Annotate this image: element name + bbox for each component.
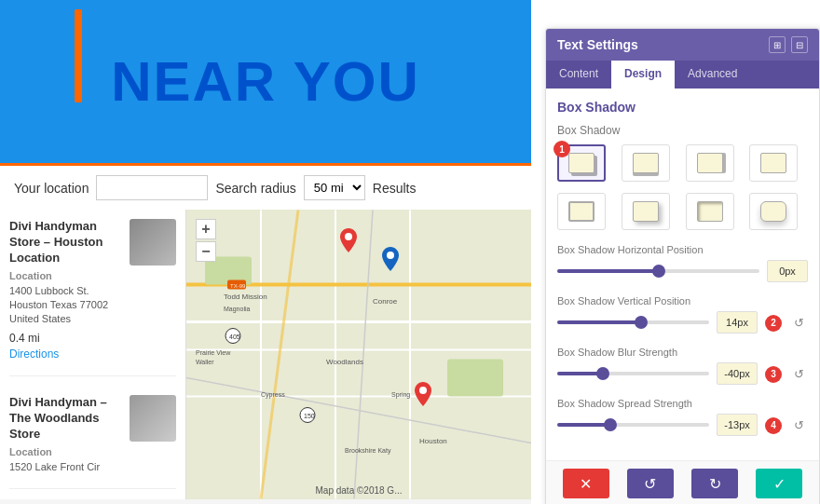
slider-thumb-vertical[interactable] xyxy=(635,316,648,329)
list-item: Divi Handyman Store – Houston Location L… xyxy=(9,219,176,376)
address-city: Houston Texas 77002 xyxy=(9,299,108,310)
slider-thumb-horizontal[interactable] xyxy=(652,265,665,278)
reset-btn-vertical[interactable]: ↺ xyxy=(789,313,808,332)
slider-track-spread[interactable] xyxy=(557,423,709,427)
svg-text:405: 405 xyxy=(229,334,240,340)
undo-button[interactable]: ↺ xyxy=(627,469,674,498)
svg-text:Brookshire Katy: Brookshire Katy xyxy=(345,447,391,455)
tab-design[interactable]: Design xyxy=(611,61,675,89)
map-pin-houston xyxy=(415,382,431,410)
preset-inner-2 xyxy=(633,153,659,173)
badge-4: 4 xyxy=(765,417,782,434)
text-settings-panel: Text Settings ⊞ ⊟ Content Design Advance… xyxy=(545,28,820,504)
content-row: Divi Handyman Store – Houston Location L… xyxy=(0,210,531,499)
slider-track-horizontal[interactable] xyxy=(557,269,759,273)
tab-content[interactable]: Content xyxy=(546,61,611,89)
shadow-preset-6[interactable] xyxy=(622,193,670,230)
section-title: Box Shadow xyxy=(557,100,808,115)
slider-fill-horizontal xyxy=(557,269,659,273)
reset-btn-spread[interactable]: ↺ xyxy=(789,415,808,434)
store-info: Divi Handyman Store – Houston Location L… xyxy=(9,219,122,361)
shadow-preset-2[interactable] xyxy=(622,144,670,182)
svg-text:TX-99: TX-99 xyxy=(230,283,246,289)
shadow-preset-1[interactable]: 1 xyxy=(557,144,606,182)
slider-track-blur[interactable] xyxy=(557,372,709,375)
badge-1: 1 xyxy=(554,141,570,157)
property-row-vertical: Box Shadow Vertical Position 14px 2 ↺ xyxy=(557,295,808,334)
panel-tabs: Content Design Advanced xyxy=(546,61,819,89)
svg-point-29 xyxy=(387,252,394,259)
results-button[interactable]: Results xyxy=(373,181,417,196)
cancel-button[interactable]: ✕ xyxy=(563,469,609,498)
store-thumbnail xyxy=(130,219,176,266)
shadow-preset-4[interactable] xyxy=(749,144,798,182)
slider-row-vertical: 14px 2 ↺ xyxy=(557,311,808,334)
shadow-preset-7[interactable] xyxy=(686,193,734,230)
panel-header-icons: ⊞ ⊟ xyxy=(769,36,808,53)
store-list: Divi Handyman Store – Houston Location L… xyxy=(0,210,186,499)
slider-track-vertical[interactable] xyxy=(557,320,709,324)
property-label-horizontal: Box Shadow Horizontal Position xyxy=(557,244,808,255)
preset-inner-4 xyxy=(760,153,786,173)
address-country: United States xyxy=(9,313,71,324)
svg-point-31 xyxy=(419,387,427,394)
slider-fill-spread xyxy=(557,423,610,427)
zoom-out-button[interactable]: − xyxy=(196,241,216,262)
store-thumb-image xyxy=(130,219,176,266)
badge-2: 2 xyxy=(765,315,782,332)
radius-select[interactable]: 50 mi 25 mi 10 mi xyxy=(304,175,365,200)
map-controls: + − xyxy=(196,219,216,262)
panel-icon-2[interactable]: ⊟ xyxy=(791,36,808,53)
slider-thumb-blur[interactable] xyxy=(596,367,609,380)
page-title: NEAR YOU xyxy=(111,49,420,114)
your-location-label: Your location xyxy=(14,181,89,196)
map-pin-1 xyxy=(382,247,399,275)
preset-inner-1 xyxy=(568,153,594,173)
reset-btn-blur[interactable]: ↺ xyxy=(789,364,808,383)
directions-link[interactable]: Directions xyxy=(9,347,59,361)
location-input[interactable] xyxy=(96,175,208,200)
store-address-2: 1520 Lake Front Cir xyxy=(9,460,122,474)
confirm-button[interactable]: ✓ xyxy=(756,469,802,498)
svg-text:Prairie View: Prairie View xyxy=(196,349,231,356)
preset-inner-8 xyxy=(760,201,786,222)
shadow-preset-3[interactable] xyxy=(686,144,734,182)
value-box-horizontal[interactable]: 0px xyxy=(767,260,808,282)
zoom-in-button[interactable]: + xyxy=(196,219,216,239)
shadow-presets-row1: 1 xyxy=(557,144,808,182)
property-label-blur: Box Shadow Blur Strength xyxy=(557,347,808,358)
value-box-vertical[interactable]: 14px xyxy=(717,311,758,334)
panel-footer: ✕ ↺ ↻ ✓ xyxy=(546,460,819,504)
slider-row-horizontal: 0px xyxy=(557,260,808,282)
svg-text:Waller: Waller xyxy=(196,359,214,365)
slider-fill-vertical xyxy=(557,320,641,324)
preset-inner-6 xyxy=(633,201,659,222)
property-row-blur: Box Shadow Blur Strength -40px 3 ↺ xyxy=(557,347,808,385)
redo-button[interactable]: ↻ xyxy=(691,469,738,498)
property-label-vertical: Box Shadow Vertical Position xyxy=(557,295,808,306)
slider-row-spread: -13px 4 ↺ xyxy=(557,414,808,436)
panel-icon-1[interactable]: ⊞ xyxy=(769,36,786,53)
svg-text:Magnolia: Magnolia xyxy=(224,306,251,313)
shadow-preset-5[interactable] xyxy=(557,193,606,230)
shadow-presets-row2 xyxy=(557,193,808,230)
store-name-2: Divi Handyman – The Woodlands Store xyxy=(9,395,122,443)
tab-advanced[interactable]: Advanced xyxy=(675,61,750,89)
map-pin-2 xyxy=(340,228,357,256)
value-box-spread[interactable]: -13px xyxy=(717,414,758,436)
store-info-2: Divi Handyman – The Woodlands Store Loca… xyxy=(9,395,122,474)
shadow-preset-8[interactable] xyxy=(749,193,798,230)
svg-point-30 xyxy=(345,233,352,240)
map-area: Todd Mission Magnolia Conroe Woodlands P… xyxy=(186,210,531,499)
value-box-blur[interactable]: -40px xyxy=(717,362,758,385)
orange-bar xyxy=(75,9,82,102)
address-line1-2: 1520 Lake Front Cir xyxy=(9,461,100,472)
map-attribution: Map data ©2018 G... xyxy=(316,485,403,496)
location-label-2: Location xyxy=(9,446,122,457)
store-thumbnail-2 xyxy=(130,395,176,442)
slider-thumb-spread[interactable] xyxy=(604,418,617,431)
store-name: Divi Handyman Store – Houston Location xyxy=(9,219,122,266)
header-area: NEAR YOU xyxy=(0,0,531,163)
svg-rect-12 xyxy=(447,360,503,397)
svg-rect-0 xyxy=(186,211,531,499)
